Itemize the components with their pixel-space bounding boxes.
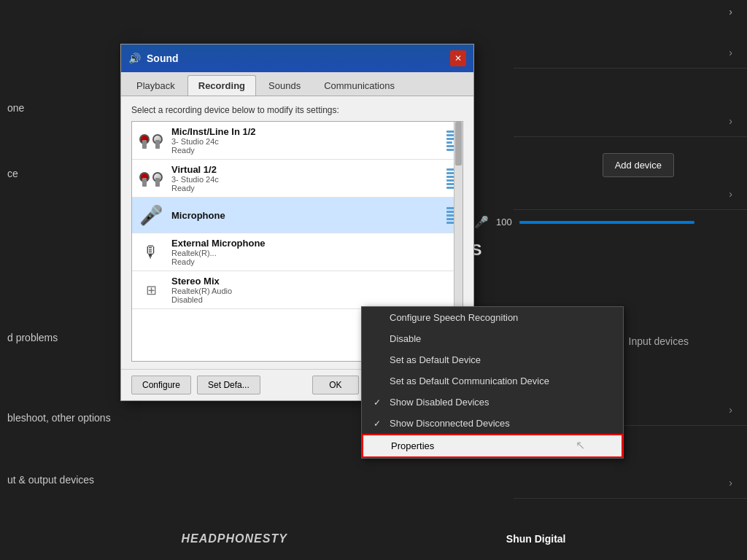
device-item-virtual[interactable]: Virtual 1/2 3- Studio 24c Ready bbox=[132, 160, 462, 198]
ctx-label-show-disabled: Show Disabled Devices bbox=[390, 397, 489, 408]
add-device-button[interactable]: Add device bbox=[603, 153, 674, 177]
scrollbar-thumb bbox=[455, 122, 462, 166]
ctx-show-disabled[interactable]: ✓ Show Disabled Devices bbox=[362, 392, 623, 413]
left-label-2: ce bbox=[7, 168, 18, 179]
tab-recording[interactable]: Recording bbox=[187, 75, 256, 96]
ctx-properties[interactable]: Properties ↖ bbox=[362, 434, 623, 458]
device-name-stereo-mix: Stereo Mix bbox=[171, 276, 457, 287]
mic-slider[interactable] bbox=[519, 221, 694, 224]
left-label-5: ut & output devices bbox=[7, 474, 94, 486]
device-icon-mic: 🎤 bbox=[138, 202, 164, 228]
nav-item-1[interactable]: › bbox=[514, 36, 747, 69]
configure-button[interactable]: Configure bbox=[131, 376, 191, 394]
device-status-mic-inst: Ready bbox=[171, 146, 439, 155]
device-item-microphone[interactable]: 🎤 Microphone bbox=[132, 198, 462, 233]
device-sub-stereo-mix: Realtek(R) Audio bbox=[171, 287, 457, 295]
ctx-label-set-default: Set as Default Device bbox=[390, 354, 481, 365]
device-icon-ext-mic: 🎙 bbox=[138, 239, 164, 265]
ctx-label-configure-speech: Configure Speech Recognition bbox=[390, 312, 518, 323]
dialog-close-button[interactable]: ✕ bbox=[450, 50, 466, 66]
device-info-mic-inst: Mic/Inst/Line In 1/2 3- Studio 24c Ready bbox=[171, 126, 439, 155]
nav-item-2[interactable]: › bbox=[514, 105, 747, 137]
shun-digital-label: Shun Digital bbox=[506, 533, 566, 545]
device-status-stereo-mix: Disabled bbox=[171, 295, 457, 304]
device-status-external-mic: Ready bbox=[171, 257, 457, 266]
ctx-check-5: ✓ bbox=[374, 397, 384, 408]
left-label-3: d problems bbox=[7, 332, 58, 343]
device-item-mic-inst[interactable]: Mic/Inst/Line In 1/2 3- Studio 24c Ready bbox=[132, 122, 462, 160]
ok-button[interactable]: OK bbox=[312, 376, 358, 394]
device-status-virtual: Ready bbox=[171, 184, 439, 192]
ctx-set-default-comm[interactable]: Set as Default Communication Device bbox=[362, 370, 623, 392]
mic-icon: 🎤 bbox=[474, 215, 489, 229]
dialog-tabs: Playback Recording Sounds Communications bbox=[121, 72, 473, 96]
ctx-label-set-default-comm: Set as Default Communication Device bbox=[390, 376, 549, 386]
device-name-microphone: Microphone bbox=[171, 210, 439, 221]
ctx-set-default[interactable]: Set as Default Device bbox=[362, 349, 623, 370]
device-info-external-mic: External Microphone Realtek(R)... Ready bbox=[171, 238, 457, 266]
dialog-titlebar: 🔊 Sound ✕ bbox=[121, 44, 473, 72]
tab-playback[interactable]: Playback bbox=[125, 75, 186, 96]
dialog-sound-icon: 🔊 bbox=[128, 52, 141, 64]
nav-item-3[interactable]: › bbox=[514, 178, 747, 210]
device-item-stereo-mix[interactable]: ⊞ Stereo Mix Realtek(R) Audio Disabled bbox=[132, 271, 462, 309]
device-info-virtual: Virtual 1/2 3- Studio 24c Ready bbox=[171, 164, 439, 192]
device-icon-rca-2 bbox=[138, 166, 164, 192]
tab-communications[interactable]: Communications bbox=[313, 75, 406, 96]
device-name-external-mic: External Microphone bbox=[171, 238, 457, 249]
device-sub-external-mic: Realtek(R)... bbox=[171, 249, 457, 257]
input-devices-label: Input devices bbox=[629, 335, 689, 347]
device-info-microphone: Microphone bbox=[171, 210, 439, 221]
dialog-title: Sound bbox=[147, 52, 444, 64]
ctx-label-properties: Properties bbox=[391, 440, 434, 451]
cursor-icon: ↖ bbox=[576, 438, 585, 452]
left-label-1: one bbox=[7, 102, 24, 114]
set-default-button[interactable]: Set Defa... bbox=[197, 376, 260, 394]
device-icon-rca-1 bbox=[138, 128, 164, 154]
context-menu: Configure Speech Recognition Disable Set… bbox=[361, 306, 624, 459]
bottom-footer: HEADPHONESTY Shun Digital bbox=[0, 532, 747, 545]
device-sub-virtual: 3- Studio 24c bbox=[171, 175, 439, 184]
device-name-virtual: Virtual 1/2 bbox=[171, 164, 439, 175]
ctx-label-show-disconnected: Show Disconnected Devices bbox=[390, 418, 510, 429]
tab-sounds[interactable]: Sounds bbox=[258, 75, 311, 96]
ctx-check-6: ✓ bbox=[374, 419, 384, 429]
mic-level-area: 🎤 100 bbox=[474, 215, 694, 229]
left-label-4: bleshoot, other options bbox=[7, 412, 111, 424]
device-info-stereo-mix: Stereo Mix Realtek(R) Audio Disabled bbox=[171, 276, 457, 304]
ctx-label-disable: Disable bbox=[390, 333, 421, 344]
mic-level-value: 100 bbox=[496, 217, 512, 228]
ctx-disable[interactable]: Disable bbox=[362, 328, 623, 349]
dialog-instruction: Select a recording device below to modif… bbox=[131, 105, 463, 115]
device-sub-mic-inst: 3- Studio 24c bbox=[171, 137, 439, 146]
top-chevron: › bbox=[729, 6, 732, 18]
nav-item-5[interactable]: › bbox=[514, 467, 747, 499]
device-item-external-mic[interactable]: 🎙 External Microphone Realtek(R)... Read… bbox=[132, 233, 462, 271]
ctx-show-disconnected[interactable]: ✓ Show Disconnected Devices bbox=[362, 413, 623, 434]
device-name-mic-inst: Mic/Inst/Line In 1/2 bbox=[171, 126, 439, 137]
ctx-configure-speech[interactable]: Configure Speech Recognition bbox=[362, 307, 623, 328]
headphonesty-label: HEADPHONESTY bbox=[181, 532, 287, 545]
device-icon-stereo: ⊞ bbox=[138, 277, 164, 303]
